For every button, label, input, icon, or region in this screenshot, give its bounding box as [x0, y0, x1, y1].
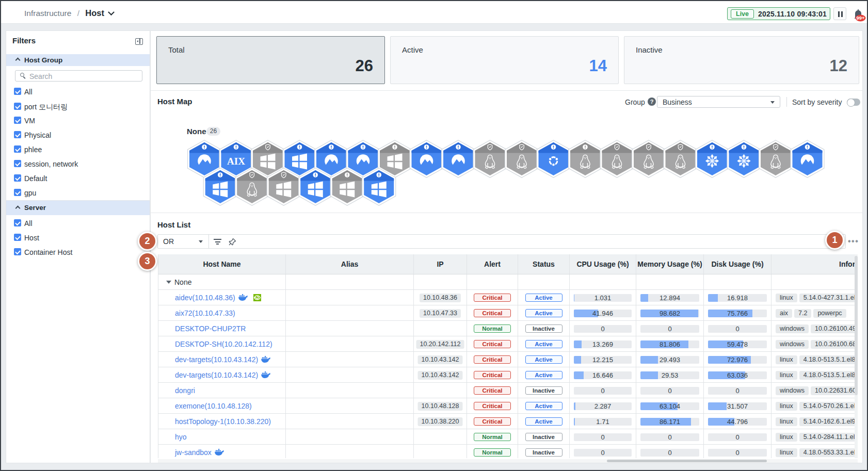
svg-text:99+: 99+ — [856, 15, 865, 21]
svg-text:AIX: AIX — [227, 156, 245, 167]
